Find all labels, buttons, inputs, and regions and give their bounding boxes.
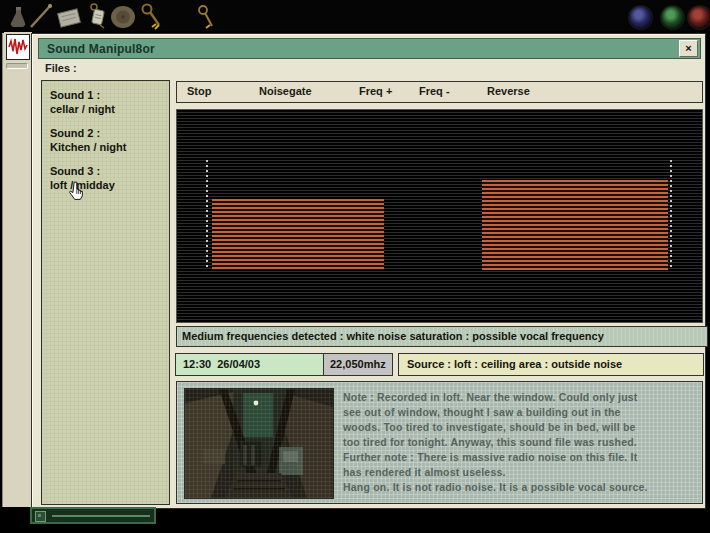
- sample-rate-field: 22,050mhz: [323, 353, 393, 376]
- inventory-wand-icon[interactable]: [28, 3, 54, 33]
- blue-orb-button[interactable]: [628, 5, 653, 30]
- note-text: Note : Recorded in loft. Near the window…: [343, 390, 695, 495]
- green-orb-button[interactable]: [660, 5, 685, 30]
- red-orb-button[interactable]: [687, 5, 710, 30]
- inventory-bar: [0, 0, 710, 31]
- inventory-paper-icon[interactable]: [56, 7, 82, 33]
- waveform-marker-right: [670, 160, 672, 270]
- window-title: Sound Manipul8or: [39, 42, 155, 56]
- note-panel: Note : Recorded in loft. Near the window…: [176, 381, 703, 504]
- effects-toolbar: Stop Noisegate Freq + Freq - Reverse: [176, 81, 703, 103]
- volume-slider[interactable]: [30, 507, 156, 524]
- strip-divider: [6, 63, 28, 69]
- slider-handle-icon[interactable]: [35, 511, 46, 522]
- sound-3-item[interactable]: Sound 3 : loft / midday: [42, 164, 169, 192]
- noise-burst-left: [212, 199, 384, 270]
- stop-button[interactable]: Stop: [187, 85, 211, 97]
- left-taskbar-strip: [2, 33, 33, 507]
- freq-plus-button[interactable]: Freq +: [359, 85, 392, 97]
- photo-texture-overlay: [185, 389, 333, 498]
- sound-manipul8or-window: Sound Manipul8or × Files : Sound 1 : cel…: [31, 33, 706, 509]
- inventory-tag-key-icon[interactable]: [86, 3, 110, 33]
- freq-minus-button[interactable]: Freq -: [419, 85, 450, 97]
- source-field: Source : loft : ceiling area : outside n…: [398, 353, 704, 376]
- title-bar[interactable]: Sound Manipul8or ×: [38, 38, 701, 59]
- analysis-status-bar: Medium frequencies detected : white nois…: [176, 326, 708, 347]
- close-button[interactable]: ×: [679, 40, 698, 57]
- sound-2-item[interactable]: Sound 2 : Kitchen / night: [42, 126, 169, 154]
- waveform-display: [176, 109, 703, 323]
- reverse-button[interactable]: Reverse: [487, 85, 530, 97]
- noise-burst-right: [482, 180, 668, 270]
- files-label: Files :: [45, 62, 77, 74]
- slider-track[interactable]: [52, 515, 150, 517]
- sound-1-item[interactable]: Sound 1 : cellar / night: [42, 88, 169, 116]
- timestamp-field: 12:30 26/04/03: [175, 353, 325, 376]
- sound-file-list: Sound 1 : cellar / night Sound 2 : Kitch…: [41, 80, 170, 505]
- noisegate-button[interactable]: Noisegate: [259, 85, 312, 97]
- loft-photo: [184, 388, 334, 499]
- inventory-gold-key-icon[interactable]: [138, 3, 164, 35]
- sound-file-icon[interactable]: [6, 34, 30, 60]
- inventory-small-key-icon[interactable]: [195, 5, 219, 35]
- hand-cursor-icon: [68, 181, 86, 201]
- inventory-stone-icon[interactable]: [110, 5, 136, 33]
- waveform-marker-left: [206, 160, 208, 270]
- inventory-bottle-icon[interactable]: [8, 7, 28, 33]
